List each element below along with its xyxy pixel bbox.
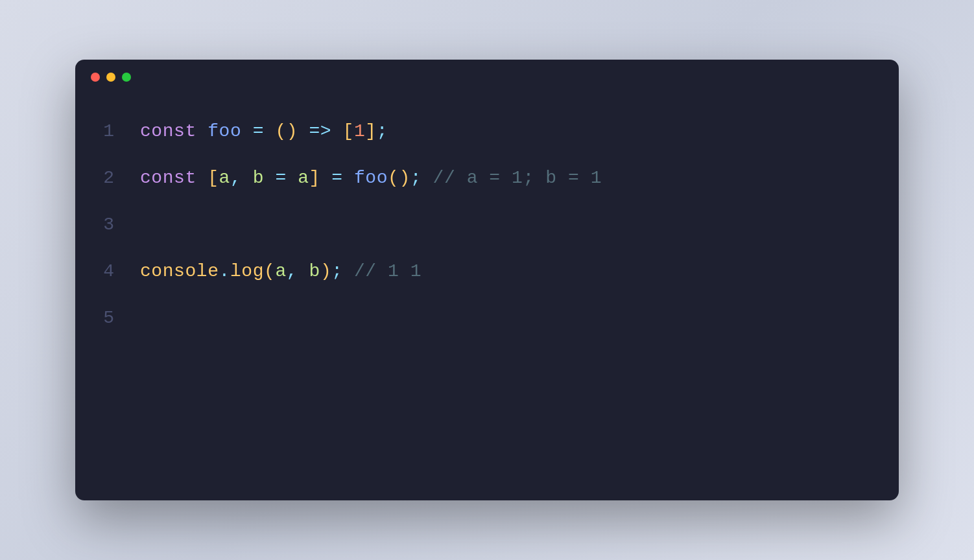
code-table: 1const foo = () => [1];2const [a, b = a]… [101,108,873,341]
code-token: console [140,261,219,281]
code-token: foo [208,121,241,141]
code-token: const [140,121,208,141]
line-number: 2 [101,154,140,201]
code-token: log [230,261,264,281]
line-number: 4 [101,248,140,294]
code-token: // a = 1; b = 1 [433,168,602,188]
minimize-button[interactable] [106,73,115,82]
code-token: b [253,168,264,188]
code-token: , [230,168,253,188]
code-token: foo [354,168,388,188]
table-row: 2const [a, b = a] = foo(); // a = 1; b =… [101,154,873,201]
line-number: 5 [101,294,140,341]
code-token: () [388,168,410,188]
code-token: a [298,168,309,188]
code-token: 1 [354,121,365,141]
code-token: => [298,121,342,141]
code-token: [ [343,121,354,141]
line-content: const foo = () => [1]; [140,108,873,154]
code-token: a [275,261,286,281]
code-token: const [140,168,208,188]
titlebar [75,60,899,95]
maximize-button[interactable] [122,73,131,82]
line-number: 3 [101,201,140,248]
close-button[interactable] [91,73,100,82]
code-editor-window: 1const foo = () => [1];2const [a, b = a]… [75,60,899,500]
code-token: ; [410,168,433,188]
code-token: . [219,261,230,281]
code-token: ] [365,121,376,141]
code-token: ; [377,121,388,141]
code-token: , [287,261,309,281]
code-token: () [275,121,298,141]
code-token: ( [264,261,275,281]
line-content [140,201,873,248]
code-token: = [320,168,354,188]
code-token: ; [331,261,354,281]
line-number: 1 [101,108,140,154]
table-row: 4console.log(a, b); // 1 1 [101,248,873,294]
code-token: b [309,261,320,281]
table-row: 5 [101,294,873,341]
line-content: const [a, b = a] = foo(); // a = 1; b = … [140,154,873,201]
code-token: a [219,168,230,188]
code-token: ) [320,261,331,281]
line-content [140,294,873,341]
code-token: [ [208,168,219,188]
code-token: = [241,121,275,141]
table-row: 1const foo = () => [1]; [101,108,873,154]
code-token: // 1 1 [354,261,422,281]
code-token: = [264,168,298,188]
code-token: ] [309,168,320,188]
code-area: 1const foo = () => [1];2const [a, b = a]… [75,95,899,500]
line-content: console.log(a, b); // 1 1 [140,248,873,294]
table-row: 3 [101,201,873,248]
